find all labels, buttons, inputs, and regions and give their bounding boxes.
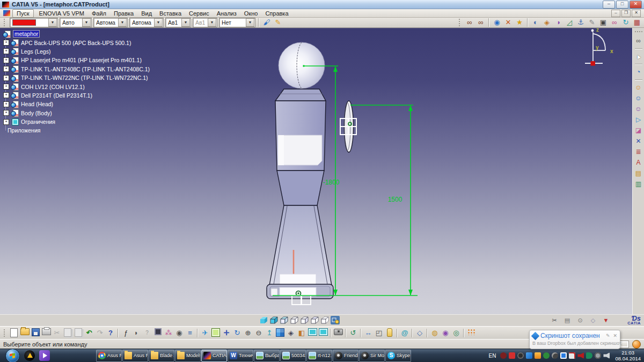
view-shading-edges[interactable] xyxy=(270,317,277,323)
menu-window[interactable]: Окно xyxy=(240,10,262,17)
named-view-icon[interactable] xyxy=(308,328,317,338)
new-document-icon[interactable] xyxy=(9,328,19,338)
favorites-icon[interactable]: ★ xyxy=(515,18,524,27)
sync-icon[interactable]: ↻ xyxy=(621,18,631,27)
people-review-icon[interactable]: ☺ xyxy=(634,105,643,114)
aimp-icon[interactable] xyxy=(24,350,35,361)
language-indicator[interactable]: EN xyxy=(489,353,496,359)
page-edit-icon[interactable]: ◪ xyxy=(634,126,643,135)
formula-icon[interactable]: ƒ xyxy=(121,328,130,338)
menu-enovia[interactable]: ENOVIA V5 VPM xyxy=(35,10,88,17)
exchange-icon[interactable]: ✕ xyxy=(503,18,513,27)
measure-between-icon[interactable]: ↔ xyxy=(363,328,373,338)
model-head[interactable] xyxy=(279,42,325,88)
mdi-restore-button[interactable]: ❐ xyxy=(621,10,631,17)
options-grid-icon[interactable]: ▦ xyxy=(632,18,642,27)
keyboard-icon[interactable]: ▤ xyxy=(562,316,572,326)
expand-icon[interactable]: + xyxy=(3,92,9,98)
search-edit-icon[interactable]: ∞ xyxy=(476,18,486,27)
tree-root-label[interactable]: metaphor xyxy=(13,30,40,38)
page-forward-icon[interactable]: ▷ xyxy=(634,115,643,124)
catalog-icon[interactable]: ◉ xyxy=(492,18,502,27)
view-custom[interactable] xyxy=(331,316,340,324)
select-with-clock-icon[interactable]: ◔ xyxy=(634,68,643,77)
taskbar-button-image-3[interactable]: rt-n12.jp... xyxy=(306,350,332,362)
pan-icon[interactable]: ✛ xyxy=(222,328,231,338)
taskbar-button-steam-friends[interactable]: Friends xyxy=(333,350,358,362)
people-workbench-icon[interactable]: ☺ xyxy=(634,83,643,92)
ghost-cube-icon[interactable]: ◇ xyxy=(588,316,598,326)
expand-icon[interactable]: + xyxy=(3,66,9,72)
tray-icon-11[interactable] xyxy=(586,352,592,359)
expand-icon[interactable]: + xyxy=(3,40,9,46)
toolbar-drag-handle[interactable] xyxy=(4,19,6,26)
print-icon[interactable] xyxy=(41,328,51,338)
tray-volume-icon[interactable] xyxy=(603,352,610,359)
maximize-button[interactable]: □ xyxy=(616,1,628,9)
tree-item[interactable]: +APC Back-UPS 500 (APC Back-UPS 500.1) xyxy=(1,38,151,47)
tree-item[interactable]: +Legs (Legs) xyxy=(1,47,151,56)
taskbar-clock[interactable]: 21:03 08.04.2014 xyxy=(615,350,641,361)
linetype-combo[interactable]: Авто▼ xyxy=(60,18,92,27)
annotation-icon[interactable]: ◗ xyxy=(131,328,141,338)
taskbar-button-image-1[interactable]: Выбран... xyxy=(254,350,280,362)
rotate-icon[interactable]: ↻ xyxy=(232,328,242,338)
measure-inertia-icon[interactable] xyxy=(385,328,394,338)
customize-grid-icon[interactable] xyxy=(466,328,476,338)
taskbar-button-skype[interactable]: Skype™... xyxy=(385,350,411,362)
select-arrow-icon[interactable]: ▲ xyxy=(632,50,644,63)
kmplayer-icon[interactable] xyxy=(39,350,50,361)
close-button[interactable]: ✕ xyxy=(630,1,642,9)
tree-item-applications[interactable]: Приложения xyxy=(1,126,151,135)
folders-icon[interactable]: ▤ xyxy=(634,169,643,178)
taskbar-button-image-2[interactable]: 5003436... xyxy=(280,350,306,362)
zoom-out-icon[interactable]: ⊖ xyxy=(254,328,264,338)
tray-icon-5[interactable] xyxy=(535,352,541,359)
view-wireframe-dashed[interactable] xyxy=(321,317,328,323)
chain-link-icon[interactable]: ∞ xyxy=(610,18,619,27)
full-screen-icon[interactable] xyxy=(318,328,328,338)
mdi-close-button[interactable]: ✕ xyxy=(632,10,641,17)
glasses-view-icon[interactable]: ∞ xyxy=(634,36,643,46)
expand-icon[interactable]: + xyxy=(3,57,9,63)
tree-item[interactable]: +COH LV12 (COH LV12.1) xyxy=(1,82,151,91)
iso-view-icon[interactable]: ◈ xyxy=(286,328,296,338)
calculator-icon[interactable] xyxy=(153,328,163,338)
thickness-combo[interactable]: Автома▼ xyxy=(93,18,128,27)
point-symbol-combo[interactable]: Автома▼ xyxy=(129,18,164,27)
view-shading-edges-hidden[interactable] xyxy=(281,317,288,323)
measure-item-icon[interactable]: ◰ xyxy=(374,328,384,338)
tray-speaker-muted-icon[interactable] xyxy=(577,352,584,359)
clip-icon[interactable]: ◐ xyxy=(531,18,540,27)
zoom-in-icon[interactable]: ⊕ xyxy=(243,328,253,338)
color-combo[interactable]: ▼ xyxy=(10,18,58,27)
menu-view[interactable]: Вид xyxy=(137,10,156,17)
plane-symbol-icon[interactable]: ◇ xyxy=(415,328,425,338)
magnifier-icon[interactable]: ⊙ xyxy=(575,316,585,326)
tree-item[interactable]: +Dell P2314T (Dell P2314T.1) xyxy=(1,91,151,100)
lock-icon[interactable]: ◉ xyxy=(174,328,184,338)
render-mode-icon[interactable]: ◧ xyxy=(297,328,306,338)
minimize-button[interactable]: – xyxy=(603,1,615,9)
normal-view-icon[interactable]: ↥ xyxy=(265,328,274,338)
help-icon[interactable]: ? xyxy=(142,328,152,338)
tree-item-constraints[interactable]: +Ограничения xyxy=(1,117,151,126)
expand-icon[interactable]: + xyxy=(3,119,9,125)
start-button[interactable] xyxy=(5,349,20,362)
taskbar-button-word[interactable]: Техниче... xyxy=(228,350,253,362)
multi-view-icon[interactable] xyxy=(275,328,285,338)
painter-icon[interactable]: ✎ xyxy=(273,18,283,27)
menu-tools[interactable]: Сервис xyxy=(185,10,213,17)
search-binoculars-icon[interactable]: ∞ xyxy=(465,18,474,27)
view-wireframe-1[interactable] xyxy=(291,317,298,323)
whats-this-icon[interactable]: ? xyxy=(106,328,115,338)
tray-icon-8[interactable] xyxy=(560,352,567,359)
cube-insert-icon[interactable]: ◈ xyxy=(542,18,552,27)
anchor-icon[interactable]: ⚓︎ xyxy=(576,18,586,27)
taskbar-button-folder-2[interactable]: Blade an... xyxy=(149,350,174,362)
toolbar-drag-handle[interactable] xyxy=(4,329,6,337)
taskbar-button-catia[interactable]: CATIA V... xyxy=(201,350,227,362)
tray-flag-icon[interactable] xyxy=(569,352,575,359)
tree-item[interactable]: +TP-LINK TL-WN722NC (TP-LINK TL-WN722NC.… xyxy=(1,73,151,82)
menu-analyze[interactable]: Анализ xyxy=(213,10,240,17)
